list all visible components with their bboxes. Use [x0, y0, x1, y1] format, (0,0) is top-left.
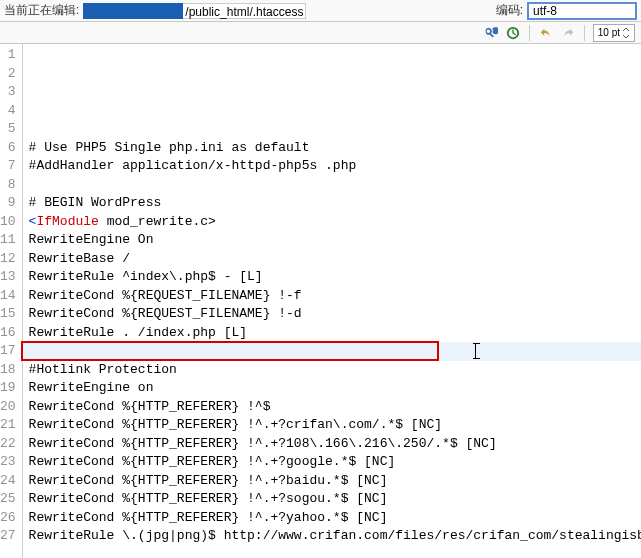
code-line[interactable]: #AddHandler application/x-httpd-php5s .p… [29, 157, 641, 176]
line-number: 26 [0, 509, 16, 528]
topbar: 当前正在编辑: /public_html/.htaccess 编码: [0, 0, 641, 22]
code-line[interactable]: RewriteCond %{HTTP_REFERER} !^.+?google.… [29, 453, 641, 472]
code-line[interactable]: RewriteCond %{HTTP_REFERER} !^.+?yahoo.*… [29, 509, 641, 528]
line-number: 7 [0, 157, 16, 176]
separator [529, 25, 530, 41]
line-number: 8 [0, 176, 16, 195]
line-number: 21 [0, 416, 16, 435]
code-line[interactable]: RewriteEngine on [29, 379, 641, 398]
code-line[interactable]: RewriteRule ^index\.php$ - [L] [29, 268, 641, 287]
line-number: 11 [0, 231, 16, 250]
line-number: 23 [0, 453, 16, 472]
code-line[interactable]: #Hotlink Protection [29, 361, 641, 380]
redo-icon[interactable] [560, 25, 576, 41]
line-number: 22 [0, 435, 16, 454]
line-number: 1 [0, 46, 16, 65]
fontsize-value: 10 pt [598, 27, 620, 38]
undo-icon[interactable] [538, 25, 554, 41]
line-number: 17 [0, 342, 16, 361]
line-number: 15 [0, 305, 16, 324]
code-line[interactable] [29, 546, 641, 559]
line-number: 25 [0, 490, 16, 509]
code-area[interactable]: # Use PHP5 Single php.ini as default#Add… [23, 44, 641, 558]
code-line[interactable]: RewriteRule \.(jpg|png)$ http://www.crif… [29, 527, 641, 546]
line-number: 10 [0, 213, 16, 232]
line-number: 12 [0, 250, 16, 269]
line-number: 27 [0, 527, 16, 546]
line-number: 2 [0, 65, 16, 84]
line-gutter: 1234567891011121314151617181920212223242… [0, 44, 23, 558]
separator [584, 25, 585, 41]
code-line[interactable]: RewriteRule . /index.php [L] [29, 324, 641, 343]
line-number: 6 [0, 139, 16, 158]
code-line[interactable]: <IfModule mod_rewrite.c> [29, 213, 641, 232]
code-line[interactable]: RewriteEngine On [29, 231, 641, 250]
code-line[interactable]: RewriteCond %{HTTP_REFERER} !^.+?baidu.*… [29, 472, 641, 491]
code-line[interactable] [29, 176, 641, 195]
line-number: 20 [0, 398, 16, 417]
line-number: 4 [0, 102, 16, 121]
stepper-icon [622, 27, 630, 39]
fontsize-selector[interactable]: 10 pt [593, 24, 635, 42]
line-number: 9 [0, 194, 16, 213]
code-line[interactable]: RewriteCond %{HTTP_REFERER} !^.+?crifan\… [29, 416, 641, 435]
code-line[interactable]: RewriteCond %{HTTP_REFERER} !^.+?sogou.*… [29, 490, 641, 509]
code-line[interactable]: RewriteBase / [29, 250, 641, 269]
line-number: 16 [0, 324, 16, 343]
path-redacted [83, 3, 183, 19]
encoding-label: 编码: [496, 2, 523, 19]
code-line[interactable]: RewriteCond %{REQUEST_FILENAME} !-d [29, 305, 641, 324]
find-icon[interactable] [483, 25, 499, 41]
editing-label: 当前正在编辑: [4, 2, 79, 19]
line-number: 24 [0, 472, 16, 491]
code-line[interactable] [29, 342, 641, 361]
code-line[interactable]: # Use PHP5 Single php.ini as default [29, 139, 641, 158]
code-line[interactable]: RewriteCond %{HTTP_REFERER} !^$ [29, 398, 641, 417]
path-suffix: /public_html/.htaccess [183, 3, 306, 19]
line-number: 13 [0, 268, 16, 287]
line-number: 5 [0, 120, 16, 139]
code-line[interactable]: RewriteCond %{HTTP_REFERER} !^.+?108\.16… [29, 435, 641, 454]
line-number: 3 [0, 83, 16, 102]
line-number: 14 [0, 287, 16, 306]
code-editor[interactable]: 1234567891011121314151617181920212223242… [0, 44, 641, 558]
file-path: /public_html/.htaccess [83, 2, 306, 20]
editor-toolbar: 10 pt [0, 22, 641, 44]
encoding-input[interactable] [527, 2, 637, 20]
code-line[interactable]: RewriteCond %{REQUEST_FILENAME} !-f [29, 287, 641, 306]
replace-icon[interactable] [505, 25, 521, 41]
text-cursor [475, 343, 476, 359]
line-number: 19 [0, 379, 16, 398]
line-number: 18 [0, 361, 16, 380]
code-line[interactable]: # BEGIN WordPress [29, 194, 641, 213]
